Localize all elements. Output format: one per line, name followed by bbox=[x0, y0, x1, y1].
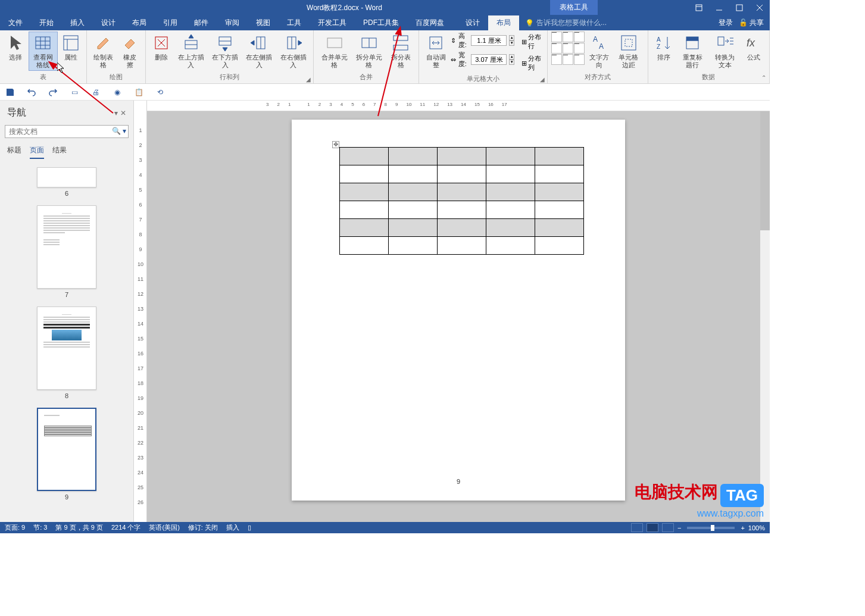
distribute-cols-button[interactable]: ⊞ 分布列 bbox=[519, 53, 544, 73]
qat-icon-3[interactable]: ◉ bbox=[112, 87, 123, 98]
tab-layout[interactable]: 布局 bbox=[124, 15, 155, 30]
nav-tab-headings[interactable]: 标题 bbox=[7, 145, 21, 159]
minimize-icon[interactable] bbox=[709, 0, 729, 15]
view-gridlines-button[interactable]: 查看网格线 bbox=[29, 32, 58, 71]
qat-icon-2[interactable]: 🖨 bbox=[90, 87, 101, 98]
spin-down[interactable]: ▼ bbox=[509, 40, 514, 46]
qat-icon-5[interactable]: ⟲ bbox=[155, 87, 165, 98]
convert-to-text-button[interactable]: 转换为文本 bbox=[709, 32, 741, 71]
delete-button[interactable]: 删除 bbox=[149, 32, 173, 63]
cell-margins-button[interactable]: 单元格边距 bbox=[613, 32, 644, 71]
save-icon[interactable] bbox=[5, 87, 15, 98]
redo-icon[interactable] bbox=[48, 87, 58, 98]
insert-below-button[interactable]: 在下方插入 bbox=[208, 32, 241, 71]
page-thumb-6[interactable] bbox=[37, 167, 96, 187]
repeat-header-button[interactable]: 重复标题行 bbox=[677, 32, 708, 71]
dialog-launcher-icon[interactable]: ◢ bbox=[306, 76, 312, 82]
height-input[interactable] bbox=[471, 35, 507, 46]
maximize-icon[interactable] bbox=[729, 0, 750, 15]
collapse-ribbon-icon[interactable]: ⌃ bbox=[761, 74, 766, 81]
page-thumb-7[interactable]: ———— bbox=[37, 205, 96, 289]
width-input[interactable] bbox=[471, 54, 507, 65]
draw-table-button[interactable]: 绘制表格 bbox=[90, 32, 117, 71]
page-thumb-8[interactable]: ———— bbox=[37, 307, 96, 390]
tab-mailings[interactable]: 邮件 bbox=[186, 15, 217, 30]
align-mr[interactable] bbox=[574, 43, 585, 54]
align-ml[interactable] bbox=[551, 43, 562, 54]
tab-tools[interactable]: 工具 bbox=[279, 15, 310, 30]
nav-tab-results[interactable]: 结果 bbox=[52, 145, 67, 159]
page-thumb-9[interactable] bbox=[37, 408, 96, 491]
tab-insert[interactable]: 插入 bbox=[62, 15, 93, 30]
document-canvas[interactable]: 3211234567891011121314151617 ✥ 9 bbox=[147, 101, 770, 522]
tab-design[interactable]: 设计 bbox=[93, 15, 124, 30]
tab-references[interactable]: 引用 bbox=[155, 15, 186, 30]
insert-left-button[interactable]: 在左侧插入 bbox=[243, 32, 276, 71]
view-read-icon[interactable] bbox=[631, 523, 643, 532]
eraser-button[interactable]: 橡皮擦 bbox=[118, 32, 142, 71]
tab-table-layout[interactable]: 布局 bbox=[488, 15, 519, 30]
status-words[interactable]: 2214 个字 bbox=[111, 523, 141, 532]
properties-button[interactable]: 属性 bbox=[59, 32, 83, 63]
zoom-slider[interactable] bbox=[687, 527, 735, 529]
view-web-icon[interactable] bbox=[662, 523, 674, 532]
thumbnail-list[interactable]: 6 ———— 7 ———— 8 9 bbox=[0, 161, 133, 522]
text-direction-button[interactable]: AA 文字方向 bbox=[586, 32, 612, 71]
align-mc[interactable] bbox=[563, 43, 573, 54]
view-print-icon[interactable] bbox=[647, 523, 658, 532]
formula-button[interactable]: fx 公式 bbox=[742, 32, 766, 63]
dialog-launcher-icon[interactable]: ◢ bbox=[540, 76, 546, 82]
autofit-button[interactable]: 自动调整 bbox=[423, 32, 449, 71]
spin-up[interactable]: ▲ bbox=[509, 54, 514, 60]
status-page-of[interactable]: 第 9 页，共 9 页 bbox=[55, 523, 102, 532]
vertical-ruler[interactable]: /*ticks drawn via loop*/ 123456789101112… bbox=[134, 101, 147, 522]
sort-button[interactable]: AZ 排序 bbox=[652, 32, 676, 63]
tab-file[interactable]: 文件 bbox=[0, 15, 31, 30]
status-track[interactable]: 修订: 关闭 bbox=[188, 523, 218, 532]
tab-review[interactable]: 审阅 bbox=[217, 15, 248, 30]
search-input[interactable] bbox=[5, 125, 129, 138]
split-table-button[interactable]: 拆分表格 bbox=[387, 32, 415, 71]
distribute-rows-button[interactable]: ⊞ 分布行 bbox=[519, 32, 544, 52]
tab-dev[interactable]: 开发工具 bbox=[310, 15, 355, 30]
align-bl[interactable] bbox=[551, 54, 562, 65]
share-button[interactable]: 🔓 共享 bbox=[739, 18, 764, 28]
align-tr[interactable] bbox=[574, 32, 585, 42]
insert-above-button[interactable]: 在上方插入 bbox=[174, 32, 207, 71]
nav-tab-pages[interactable]: 页面 bbox=[30, 145, 44, 159]
align-tl[interactable] bbox=[551, 32, 562, 42]
spin-up[interactable]: ▲ bbox=[509, 35, 514, 40]
status-page[interactable]: 页面: 9 bbox=[5, 523, 25, 532]
zoom-level[interactable]: 100% bbox=[748, 524, 765, 531]
tab-home[interactable]: 开始 bbox=[31, 15, 62, 30]
align-tc[interactable] bbox=[563, 32, 573, 42]
status-lang[interactable]: 英语(美国) bbox=[149, 523, 179, 532]
tab-table-design[interactable]: 设计 bbox=[457, 15, 488, 30]
login-link[interactable]: 登录 bbox=[719, 18, 733, 28]
tab-pdf[interactable]: PDF工具集 bbox=[355, 15, 407, 30]
tab-baidu[interactable]: 百度网盘 bbox=[407, 15, 452, 30]
zoom-out-icon[interactable]: − bbox=[677, 524, 681, 531]
select-button[interactable]: 选择 bbox=[4, 32, 27, 63]
status-insert[interactable]: 插入 bbox=[226, 523, 239, 532]
ribbon-display-icon[interactable] bbox=[689, 0, 709, 15]
undo-icon[interactable] bbox=[26, 87, 37, 98]
insert-right-button[interactable]: 在右侧插入 bbox=[277, 32, 310, 71]
align-bc[interactable] bbox=[563, 54, 573, 65]
table-move-handle-icon[interactable]: ✥ bbox=[332, 141, 339, 148]
tab-view[interactable]: 视图 bbox=[248, 15, 279, 30]
qat-icon-4[interactable]: 📋 bbox=[133, 87, 144, 98]
zoom-in-icon[interactable]: + bbox=[741, 524, 744, 531]
merge-cells-button[interactable]: 合并单元格 bbox=[317, 32, 351, 71]
status-section[interactable]: 节: 3 bbox=[33, 523, 47, 532]
search-icon[interactable]: 🔍 ▾ bbox=[112, 127, 126, 135]
vertical-scrollbar[interactable] bbox=[760, 111, 770, 522]
close-icon[interactable] bbox=[750, 0, 770, 15]
horizontal-ruler[interactable]: 3211234567891011121314151617 bbox=[147, 101, 770, 111]
nav-close-icon[interactable]: ✕ bbox=[120, 109, 126, 117]
status-rec-icon[interactable]: ▯ bbox=[248, 524, 251, 531]
spin-down[interactable]: ▼ bbox=[509, 60, 514, 65]
split-cells-button[interactable]: 拆分单元格 bbox=[352, 32, 386, 71]
tell-me[interactable]: 💡告诉我您想要做什么... bbox=[519, 15, 719, 30]
nav-dropdown-icon[interactable]: ▾ bbox=[114, 109, 118, 117]
